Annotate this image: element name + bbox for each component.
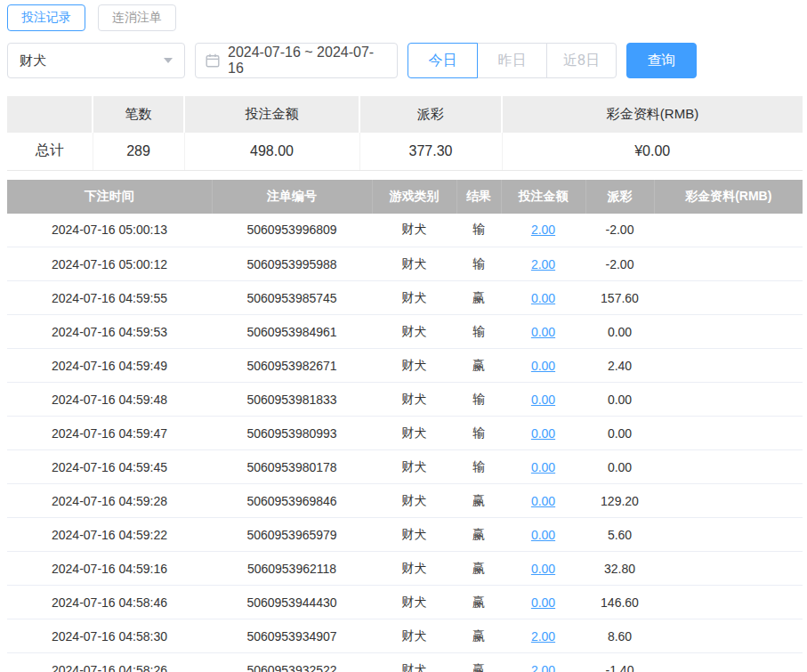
bet-amount-link[interactable]: 0.00	[531, 460, 555, 474]
cell-bonus	[654, 349, 803, 383]
bet-amount-link[interactable]: 0.00	[531, 325, 555, 339]
bet-amount-link[interactable]: 0.00	[531, 393, 555, 407]
header-game-type: 游戏类别	[372, 180, 456, 214]
cell-bet-amount: 0.00	[501, 552, 585, 586]
cell-bet-amount: 0.00	[501, 281, 585, 315]
bet-amount-link[interactable]: 0.00	[531, 494, 555, 508]
table-row: 2024-07-16 04:58:265060953932522财犬赢2.00-…	[7, 653, 803, 672]
bet-table-header-row: 下注时间 注单编号 游戏类别 结果 投注金额 派彩 彩金资料(RMB)	[7, 180, 803, 214]
summary-header-bet-amount: 投注金额	[184, 96, 359, 133]
bet-amount-link[interactable]: 2.00	[531, 257, 555, 271]
cell-bonus	[654, 383, 803, 417]
cell-game-type: 财犬	[372, 518, 456, 552]
cell-payout: 2.40	[585, 349, 654, 383]
cell-game-type: 财犬	[372, 417, 456, 450]
betting-records-page: 投注记录 连消注单 财犬 2024-07-16 ~ 2024-07-16 今日 …	[0, 0, 807, 672]
cell-game-type: 财犬	[372, 281, 456, 315]
cell-order-id: 5060953984961	[212, 315, 372, 349]
cell-payout: 129.20	[585, 484, 654, 518]
cell-bonus	[654, 586, 803, 619]
cell-game-type: 财犬	[372, 653, 456, 672]
cell-bet-amount: 0.00	[501, 484, 585, 518]
cell-bonus	[654, 450, 803, 484]
cell-bet-time: 2024-07-16 05:00:13	[7, 214, 212, 247]
cell-bet-amount: 2.00	[501, 619, 585, 653]
cell-bet-amount: 0.00	[501, 383, 585, 417]
cell-order-id: 5060953944430	[212, 586, 372, 619]
bet-amount-link[interactable]: 2.00	[531, 629, 555, 644]
summary-table: 笔数 投注金额 派彩 彩金资料(RMB) 总计 289 498.00 377.3…	[7, 96, 803, 171]
summary-total-payout: 377.30	[359, 133, 502, 170]
game-select-value: 财犬	[20, 53, 46, 69]
table-row: 2024-07-16 04:59:165060953962118财犬赢0.003…	[7, 552, 803, 586]
cell-result: 赢	[456, 518, 501, 552]
tabs-row: 投注记录 连消注单	[7, 4, 803, 43]
header-bet-amount: 投注金额	[501, 180, 585, 214]
calendar-icon	[206, 53, 220, 68]
cell-order-id: 5060953932522	[212, 653, 372, 672]
bet-amount-link[interactable]: 0.00	[531, 291, 555, 305]
cell-result: 赢	[456, 281, 501, 315]
cell-bet-time: 2024-07-16 04:58:26	[7, 653, 212, 672]
cell-game-type: 财犬	[372, 552, 456, 586]
cell-bonus	[654, 552, 803, 586]
yesterday-button[interactable]: 昨日	[477, 43, 547, 78]
cell-payout: 146.60	[585, 586, 654, 619]
summary-total-count: 289	[93, 133, 184, 170]
bet-amount-link[interactable]: 0.00	[531, 359, 555, 373]
cell-bet-amount: 2.00	[501, 214, 585, 247]
bet-amount-link[interactable]: 0.00	[531, 595, 555, 610]
cell-payout: -1.40	[585, 653, 654, 672]
table-row: 2024-07-16 04:59:475060953980993财犬输0.000…	[7, 417, 803, 450]
cell-order-id: 5060953985745	[212, 281, 372, 315]
summary-total-row: 总计 289 498.00 377.30 ¥0.00	[7, 133, 803, 170]
cell-bonus	[654, 417, 803, 450]
header-bet-time: 下注时间	[7, 180, 212, 214]
cell-game-type: 财犬	[372, 247, 456, 281]
table-row: 2024-07-16 05:00:125060953995988财犬输2.00-…	[7, 247, 803, 281]
tab-chained-cancelled-orders[interactable]: 连消注单	[98, 4, 176, 31]
bet-amount-link[interactable]: 0.00	[531, 426, 555, 441]
last-8-days-button[interactable]: 近8日	[546, 43, 617, 78]
date-range-picker[interactable]: 2024-07-16 ~ 2024-07-16	[195, 43, 398, 78]
cell-bet-amount: 0.00	[501, 586, 585, 619]
table-row: 2024-07-16 05:00:135060953996809财犬输2.00-…	[7, 214, 803, 247]
cell-result: 赢	[456, 586, 501, 619]
cell-result: 输	[456, 417, 501, 450]
cell-bet-time: 2024-07-16 04:59:45	[7, 450, 212, 484]
cell-bet-time: 2024-07-16 04:59:49	[7, 349, 212, 383]
bet-amount-link[interactable]: 0.00	[531, 528, 555, 542]
table-row: 2024-07-16 04:59:535060953984961财犬输0.000…	[7, 315, 803, 349]
cell-game-type: 财犬	[372, 383, 456, 417]
cell-bet-amount: 0.00	[501, 417, 585, 450]
today-button[interactable]: 今日	[408, 43, 478, 78]
table-row: 2024-07-16 04:59:555060953985745财犬赢0.001…	[7, 281, 803, 315]
cell-result: 输	[456, 247, 501, 281]
cell-game-type: 财犬	[372, 315, 456, 349]
game-select[interactable]: 财犬	[7, 43, 185, 78]
cell-result: 赢	[456, 484, 501, 518]
header-result: 结果	[456, 180, 501, 214]
bet-amount-link[interactable]: 0.00	[531, 562, 555, 576]
cell-bet-amount: 0.00	[501, 450, 585, 484]
cell-order-id: 5060953981833	[212, 383, 372, 417]
bet-amount-link[interactable]: 2.00	[531, 223, 555, 237]
table-row: 2024-07-16 04:59:455060953980178财犬输0.000…	[7, 450, 803, 484]
summary-header-row: 笔数 投注金额 派彩 彩金资料(RMB)	[7, 96, 803, 133]
cell-bonus	[654, 315, 803, 349]
query-button[interactable]: 查询	[626, 43, 697, 78]
cell-bet-time: 2024-07-16 04:59:48	[7, 383, 212, 417]
chevron-down-icon	[164, 58, 173, 63]
tab-betting-records[interactable]: 投注记录	[7, 4, 85, 31]
cell-bet-time: 2024-07-16 04:58:46	[7, 586, 212, 619]
cell-payout: 0.00	[585, 417, 654, 450]
cell-order-id: 5060953934907	[212, 619, 372, 653]
cell-order-id: 5060953996809	[212, 214, 372, 247]
cell-order-id: 5060953980178	[212, 450, 372, 484]
cell-bet-amount: 2.00	[501, 247, 585, 281]
cell-bonus	[654, 281, 803, 315]
cell-result: 输	[456, 315, 501, 349]
summary-header-bonus: 彩金资料(RMB)	[502, 96, 803, 133]
bet-records-table: 下注时间 注单编号 游戏类别 结果 投注金额 派彩 彩金资料(RMB) 2024…	[7, 180, 803, 672]
bet-amount-link[interactable]: 2.00	[531, 663, 555, 672]
